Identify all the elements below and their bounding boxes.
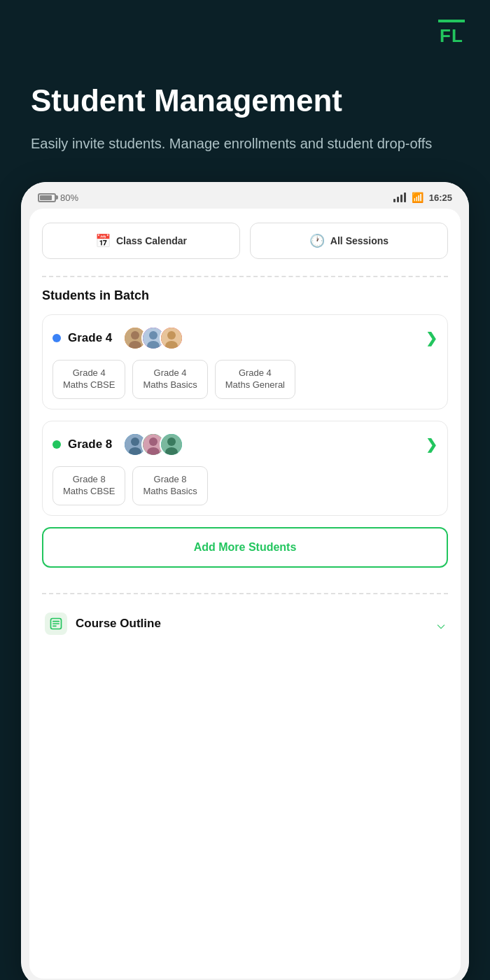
- grade8-header-left: Grade 8: [52, 433, 183, 456]
- clock-icon: 🕐: [309, 233, 325, 248]
- main-title: Student Management: [31, 84, 459, 118]
- grade8-dot: [52, 440, 61, 449]
- battery-fill: [40, 195, 52, 200]
- subject-g4-2[interactable]: Grade 4Maths Basics: [132, 360, 207, 399]
- subject-g8-2[interactable]: Grade 8Maths Basics: [132, 466, 207, 505]
- class-calendar-label: Class Calendar: [116, 235, 187, 246]
- grade8-chevron[interactable]: ❯: [426, 436, 438, 453]
- grade4-header-left: Grade 4: [52, 326, 183, 350]
- grade4-subjects: Grade 4Maths CBSE Grade 4Maths Basics Gr…: [52, 360, 438, 399]
- signal-bar-3: [400, 195, 402, 202]
- subject-g4-3[interactable]: Grade 4Maths General: [215, 360, 295, 399]
- grade4-header: Grade 4: [52, 326, 438, 350]
- course-outline-left: Course Outline: [45, 612, 161, 635]
- class-calendar-button[interactable]: 📅 Class Calendar: [42, 223, 240, 259]
- logo-bar: [438, 20, 465, 22]
- subject-g4-1[interactable]: Grade 4Maths CBSE: [52, 360, 125, 399]
- grade4-avatars: [123, 326, 183, 350]
- main-subtitle: Easily invite students. Manage enrollmen…: [31, 133, 459, 154]
- avatar-g4-3: [160, 326, 183, 350]
- battery-percent: 80%: [60, 192, 78, 203]
- svg-point-1: [131, 331, 139, 340]
- phone-content: 📅 Class Calendar 🕐 All Sessions Students…: [29, 209, 461, 979]
- course-outline-row[interactable]: Course Outline ⌵: [42, 606, 448, 642]
- action-buttons: 📅 Class Calendar 🕐 All Sessions: [42, 223, 448, 259]
- svg-point-7: [167, 331, 176, 340]
- subject-g8-1[interactable]: Grade 8Maths CBSE: [52, 466, 125, 505]
- grade8-subjects: Grade 8Maths CBSE Grade 8Maths Basics: [52, 466, 438, 505]
- status-right: 📶 16:25: [393, 192, 452, 203]
- signal-bar-4: [404, 192, 406, 202]
- grade4-name: Grade 4: [68, 331, 112, 345]
- grade4-dot: [52, 334, 61, 342]
- avatar-g8-3: [160, 433, 183, 456]
- logo-area: FL: [438, 20, 465, 47]
- course-outline-chevron[interactable]: ⌵: [437, 615, 445, 632]
- signal-icon: [393, 192, 406, 202]
- signal-bar-1: [393, 199, 396, 202]
- grade4-card: Grade 4: [42, 314, 448, 410]
- battery-icon: [38, 193, 56, 202]
- course-outline-icon: [45, 612, 67, 635]
- svg-point-16: [167, 438, 176, 446]
- grade8-avatars: [123, 433, 183, 456]
- svg-point-13: [149, 438, 158, 446]
- divider-top: [42, 276, 448, 277]
- phone-inner: 80% 📶 16:25 📅: [21, 182, 469, 980]
- clock-time: 16:25: [429, 192, 452, 203]
- svg-point-4: [149, 331, 158, 340]
- all-sessions-button[interactable]: 🕐 All Sessions: [250, 223, 448, 259]
- header-section: Student Management Easily invite student…: [0, 0, 490, 182]
- svg-point-10: [131, 438, 139, 446]
- status-bar: 80% 📶 16:25: [21, 182, 469, 209]
- grade4-chevron[interactable]: ❯: [426, 330, 438, 346]
- course-outline-title: Course Outline: [76, 617, 161, 631]
- grade8-card: Grade 8: [42, 421, 448, 516]
- logo-text: FL: [438, 25, 465, 47]
- all-sessions-label: All Sessions: [330, 235, 388, 246]
- divider-bottom: [42, 593, 448, 594]
- page-wrapper: FL Student Management Easily invite stud…: [0, 0, 490, 980]
- wifi-icon: 📶: [412, 192, 424, 203]
- grade8-name: Grade 8: [68, 438, 112, 451]
- status-left: 80%: [38, 192, 78, 203]
- phone-mockup: 80% 📶 16:25 📅: [21, 182, 469, 980]
- calendar-icon: 📅: [95, 233, 111, 248]
- signal-bar-2: [397, 197, 399, 202]
- add-students-button[interactable]: Add More Students: [42, 527, 448, 568]
- grade8-header: Grade 8: [52, 433, 438, 456]
- students-section-title: Students in Batch: [42, 288, 448, 303]
